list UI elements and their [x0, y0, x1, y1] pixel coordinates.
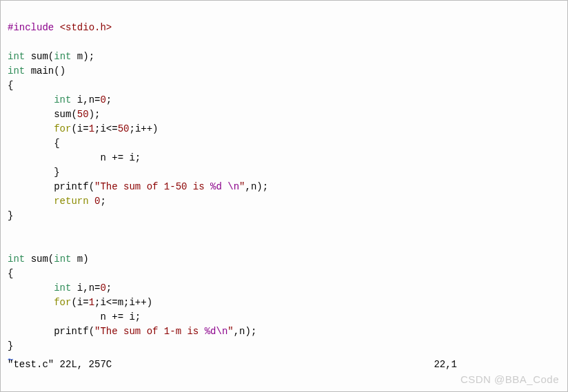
- vim-status-line: "test.c" 22L, 257C 22,1: [8, 358, 560, 372]
- code-line: sum(50);: [8, 109, 100, 120]
- code-line: printf("The sum of 1-50 is %d \n",n);: [8, 181, 268, 192]
- cursor-position: 22,1: [434, 358, 457, 372]
- code-line: for(i=1;i<=m;i++): [8, 297, 152, 308]
- include-header: <stdio.h>: [60, 22, 112, 33]
- code-line: {: [8, 138, 60, 149]
- code-line: {: [8, 268, 13, 279]
- code-editor[interactable]: #include <stdio.h> int sum(int m); int m…: [8, 6, 560, 368]
- code-line: }: [8, 210, 13, 221]
- code-line: printf("The sum of 1-m is %d\n",n);: [8, 326, 256, 337]
- code-line: n += i;: [8, 152, 141, 163]
- code-line: return 0;: [8, 196, 106, 207]
- code-line: for(i=1;i<=50;i++): [8, 123, 159, 134]
- code-line: {: [8, 80, 13, 91]
- file-info: "test.c" 22L, 257C: [8, 358, 434, 372]
- code-line: #include <stdio.h>: [8, 22, 112, 33]
- code-line: int i,n=0;: [8, 282, 112, 293]
- code-line: int i,n=0;: [8, 94, 112, 105]
- preprocessor-directive: #include: [8, 22, 60, 33]
- code-line: int sum(int m): [8, 254, 89, 265]
- code-line: }: [8, 340, 13, 351]
- code-line: n += i;: [8, 311, 141, 322]
- watermark-text: CSDN @BBA_Code: [460, 372, 559, 388]
- code-line: int sum(int m);: [8, 51, 94, 62]
- code-line: }: [8, 167, 60, 178]
- code-line: int main(): [8, 65, 65, 76]
